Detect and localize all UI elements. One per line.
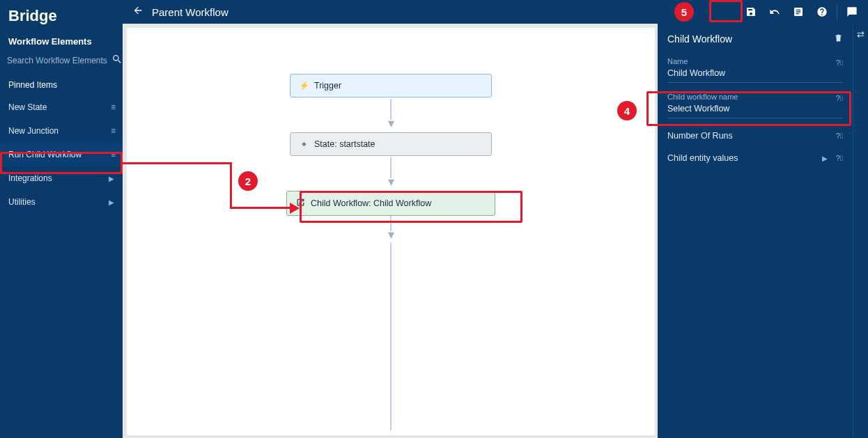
sidebar-item-integrations[interactable]: Integrations ▶	[0, 166, 123, 190]
node-label: Child Workflow: Child Workflow	[311, 198, 431, 208]
bolt-icon: ⚡	[299, 81, 309, 91]
field-child-entity-values[interactable]: Child entity values ▶ ?⃝	[658, 143, 853, 166]
search-input[interactable]	[7, 56, 111, 65]
field-label: Child entity values	[667, 153, 738, 163]
chevron-right-icon: ▶	[822, 155, 828, 162]
comments-button[interactable]	[840, 2, 864, 22]
arrow-down-icon: ▾	[388, 117, 394, 130]
connector-line	[390, 242, 392, 430]
page-title: Parent Workflow	[146, 6, 739, 18]
help-icon[interactable]: ?⃝	[836, 58, 843, 67]
left-sidebar: Bridge Workflow Elements Pinned Items Ne…	[0, 0, 123, 438]
toolbar-divider	[837, 4, 837, 19]
sidebar-section-header: Workflow Elements	[0, 31, 123, 54]
arrow-down-icon: ▾	[388, 175, 394, 188]
sidebar-item-new-state[interactable]: New State ≡	[0, 95, 123, 119]
node-label: Trigger	[314, 81, 341, 91]
canvas-wrap: ⚡ Trigger ▾ ⌖ State: startstate ▾ Child …	[123, 24, 658, 438]
panel-toggle-tab[interactable]: ⇄	[853, 24, 868, 438]
back-button[interactable]	[130, 5, 146, 19]
workflow-canvas[interactable]: ⚡ Trigger ▾ ⌖ State: startstate ▾ Child …	[127, 28, 655, 435]
field-child-workflow-name[interactable]: Child workflow name Select Workflow ?⃝	[658, 86, 853, 121]
chevron-right-icon: ▶	[109, 175, 114, 182]
drag-handle-icon: ≡	[111, 102, 114, 112]
field-label: Child workflow name	[667, 93, 843, 101]
field-number-of-runs[interactable]: Number Of Runs ?⃝	[658, 121, 853, 143]
drag-handle-icon: ≡	[111, 126, 114, 136]
app-brand: Bridge	[0, 0, 123, 31]
node-trigger[interactable]: ⚡ Trigger	[290, 74, 492, 97]
save-button[interactable]	[739, 2, 763, 22]
field-value[interactable]: Child Workflow	[667, 68, 843, 83]
pinned-items-header: Pinned Items	[0, 75, 123, 95]
help-button[interactable]	[810, 2, 834, 22]
help-icon[interactable]: ?⃝	[836, 154, 843, 162]
main-area: Parent Workflow ⚡ Trigger ▾	[123, 0, 868, 438]
node-state[interactable]: ⌖ State: startstate	[290, 132, 492, 156]
sidebar-item-run-child-workflow[interactable]: Run Child Workflow ≡	[0, 143, 123, 166]
search-row	[0, 54, 123, 75]
top-bar: Parent Workflow	[123, 0, 868, 24]
undo-button[interactable]	[763, 2, 786, 22]
field-name[interactable]: Name Child Workflow ?⃝	[658, 50, 853, 86]
sidebar-item-label: Utilities	[8, 197, 36, 207]
sidebar-item-label: Run Child Workflow	[8, 150, 82, 159]
sidebar-item-label: New Junction	[8, 126, 59, 136]
work-area: ⚡ Trigger ▾ ⌖ State: startstate ▾ Child …	[123, 24, 868, 438]
properties-title: Child Workflow	[667, 33, 732, 45]
node-label: State: startstate	[314, 139, 375, 149]
state-icon: ⌖	[299, 139, 309, 149]
chevron-right-icon: ▶	[109, 198, 114, 206]
notes-button[interactable]	[786, 2, 810, 22]
properties-panel: Child Workflow Name Child Workflow ?⃝ Ch…	[658, 24, 868, 438]
help-icon[interactable]: ?⃝	[836, 132, 843, 140]
swap-icon: ⇄	[857, 29, 865, 40]
sidebar-item-new-junction[interactable]: New Junction ≡	[0, 119, 123, 143]
search-icon[interactable]	[111, 54, 123, 68]
delete-button[interactable]	[834, 33, 843, 45]
field-label: Number Of Runs	[667, 131, 733, 141]
field-label: Name	[667, 57, 843, 65]
node-child-workflow[interactable]: Child Workflow: Child Workflow	[286, 191, 495, 216]
sidebar-item-label: Integrations	[8, 173, 52, 183]
sidebar-item-utilities[interactable]: Utilities ▶	[0, 190, 123, 214]
drag-handle-icon: ≡	[111, 150, 114, 159]
sidebar-item-label: New State	[8, 102, 47, 112]
field-value[interactable]: Select Workflow	[667, 104, 843, 118]
arrow-down-icon: ▾	[388, 228, 394, 241]
help-icon[interactable]: ?⃝	[836, 94, 843, 102]
enter-icon	[295, 198, 305, 209]
